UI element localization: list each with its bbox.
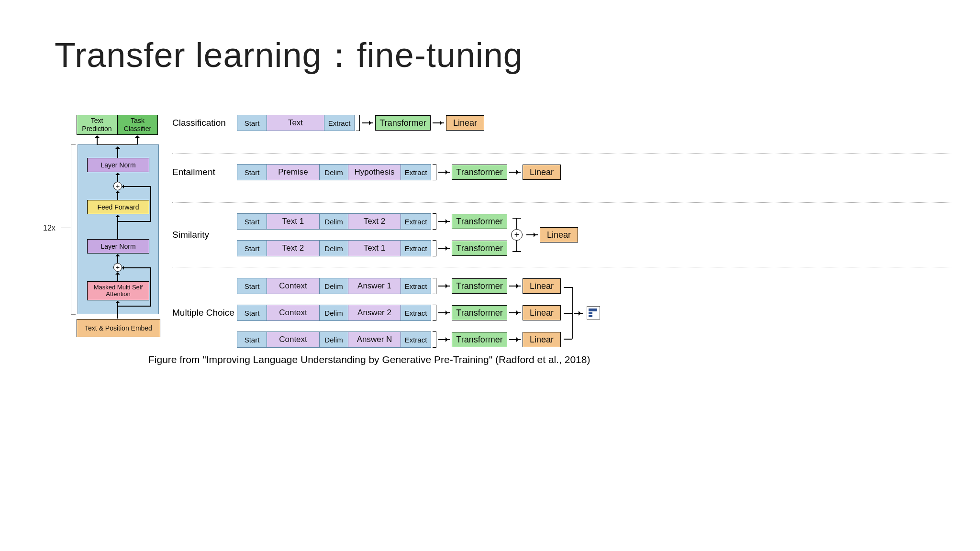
transformer-box: Transformer bbox=[452, 332, 507, 347]
task-classifier-box: Task Classifier bbox=[117, 115, 158, 135]
arrow bbox=[509, 312, 521, 313]
sequence: Start Premise Delim Hypothesis Extract bbox=[237, 164, 431, 180]
bracket-icon bbox=[433, 331, 436, 348]
arrow bbox=[438, 339, 450, 340]
seg-extract: Extract bbox=[401, 305, 431, 320]
seg-answer: Answer N bbox=[348, 332, 401, 347]
seg-extract: Extract bbox=[401, 241, 431, 256]
seg-extract: Extract bbox=[324, 115, 354, 131]
bracket-icon bbox=[433, 164, 436, 180]
seg-delim: Delim bbox=[320, 214, 348, 229]
task-label: Entailment bbox=[172, 167, 237, 177]
transformer-box: Transformer bbox=[452, 165, 507, 180]
seg-start: Start bbox=[237, 278, 267, 294]
sequence: Start Context Delim Answer 2 Extract bbox=[237, 305, 431, 321]
arrow bbox=[97, 136, 98, 144]
arrow bbox=[137, 136, 138, 144]
plus-icon: + bbox=[511, 229, 523, 241]
arrow bbox=[117, 147, 118, 158]
tasks-panel: Classification Start Text Extract Transf… bbox=[172, 115, 951, 369]
bracket-icon bbox=[433, 213, 436, 230]
linear-box: Linear bbox=[523, 278, 561, 294]
arrow bbox=[438, 286, 450, 287]
task-multiple-choice: Multiple Choice Start Context Delim Answ… bbox=[172, 278, 951, 358]
seg-delim: Delim bbox=[320, 165, 348, 180]
bracket-icon bbox=[356, 115, 360, 131]
sequence: Start Text 2 Delim Text 1 Extract bbox=[237, 240, 431, 256]
task-label: Multiple Choice bbox=[172, 308, 237, 318]
arrow bbox=[438, 312, 450, 313]
arrow bbox=[120, 185, 124, 188]
arrow bbox=[438, 248, 450, 249]
arrow bbox=[117, 191, 118, 200]
transformer-box: Transformer bbox=[452, 214, 507, 229]
residual-line bbox=[122, 186, 151, 187]
arrow bbox=[438, 172, 450, 173]
residual-line bbox=[118, 306, 151, 307]
residual-line bbox=[118, 221, 151, 222]
task-classification: Classification Start Text Extract Transf… bbox=[172, 115, 951, 154]
seg-delim: Delim bbox=[320, 278, 348, 294]
transformer-box: Transformer bbox=[452, 278, 507, 294]
seg-hypothesis: Hypothesis bbox=[348, 165, 401, 180]
seg-text1: Text 1 bbox=[348, 241, 401, 256]
arrow bbox=[438, 221, 450, 222]
seg-start: Start bbox=[237, 214, 267, 229]
sequence: Start Text 1 Delim Text 2 Extract bbox=[237, 213, 431, 230]
seg-answer: Answer 2 bbox=[348, 305, 401, 320]
task-label: Classification bbox=[172, 118, 237, 128]
transformer-box: Transformer bbox=[452, 241, 507, 256]
bracket-icon bbox=[433, 305, 436, 321]
seg-text: Text bbox=[267, 115, 324, 131]
linear-box: Linear bbox=[523, 332, 561, 347]
seg-text1: Text 1 bbox=[267, 214, 320, 229]
seg-start: Start bbox=[237, 115, 267, 131]
arrow bbox=[117, 215, 118, 239]
arrow bbox=[509, 339, 521, 340]
arrow bbox=[117, 254, 118, 263]
caption-prefix: Figure from " bbox=[148, 354, 206, 365]
arrow bbox=[433, 122, 444, 123]
seg-context: Context bbox=[267, 305, 320, 320]
seg-start: Start bbox=[237, 305, 267, 320]
sequence: Start Context Delim Answer N Extract bbox=[237, 331, 431, 348]
seg-delim: Delim bbox=[320, 332, 348, 347]
masked-self-attention-box: Masked Multi Self Attention bbox=[87, 281, 149, 300]
arrow bbox=[509, 286, 521, 287]
sequence: Start Text Extract bbox=[237, 115, 355, 131]
arrow bbox=[117, 173, 118, 182]
caption-title: Improving Language Understanding by Gene… bbox=[206, 354, 489, 365]
arch-heads: Text Prediction Task Classifier bbox=[77, 115, 158, 135]
arrow bbox=[117, 301, 118, 319]
seg-text2: Text 2 bbox=[267, 241, 320, 256]
seg-delim: Delim bbox=[320, 305, 348, 320]
caption-suffix: " (Radford et al., 2018) bbox=[489, 354, 590, 365]
seg-start: Start bbox=[237, 165, 267, 180]
text-prediction-box: Text Prediction bbox=[77, 115, 117, 135]
arrow bbox=[362, 122, 373, 123]
seg-extract: Extract bbox=[401, 214, 431, 229]
task-similarity: Similarity Start Text 1 Delim Text 2 Ext… bbox=[172, 213, 951, 267]
linear-box: Linear bbox=[523, 165, 561, 180]
bracket-icon bbox=[433, 240, 436, 256]
figure-caption: Figure from "Improving Language Understa… bbox=[148, 354, 590, 365]
arrow bbox=[526, 234, 538, 235]
seg-premise: Premise bbox=[267, 165, 320, 180]
arrow bbox=[509, 172, 521, 173]
seg-text2: Text 2 bbox=[348, 214, 401, 229]
arrow bbox=[120, 266, 124, 270]
repeat-label: 12x bbox=[43, 224, 56, 232]
seg-context: Context bbox=[267, 332, 320, 347]
bar-chart-icon bbox=[587, 306, 600, 320]
transformer-box: Transformer bbox=[452, 305, 507, 320]
residual-line bbox=[150, 186, 151, 221]
task-label: Similarity bbox=[172, 230, 237, 240]
arrow bbox=[117, 273, 118, 281]
residual-line bbox=[150, 267, 151, 306]
page-title: Transfer learning：fine-tuning bbox=[55, 33, 523, 78]
seg-context: Context bbox=[267, 278, 320, 294]
seg-answer: Answer 1 bbox=[348, 278, 401, 294]
seg-extract: Extract bbox=[401, 165, 431, 180]
seg-start: Start bbox=[237, 241, 267, 256]
residual-line bbox=[122, 267, 151, 268]
